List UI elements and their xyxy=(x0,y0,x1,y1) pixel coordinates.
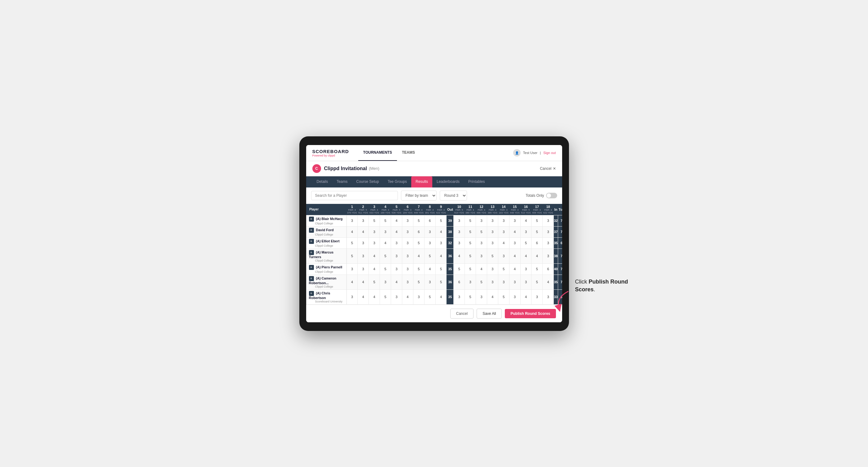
hole-6-score[interactable] xyxy=(402,249,413,263)
totals-toggle-switch[interactable] xyxy=(546,193,557,198)
hole-6-score[interactable] xyxy=(402,263,413,275)
hole-12-input[interactable] xyxy=(476,249,487,263)
hole-3-score[interactable] xyxy=(369,226,380,237)
hole-13-score[interactable] xyxy=(487,263,498,275)
hole-11-input[interactable] xyxy=(465,238,476,249)
hole-15-score[interactable] xyxy=(509,289,520,304)
hole-11-score[interactable] xyxy=(465,215,476,226)
hole-7-score[interactable] xyxy=(413,237,424,249)
hole-16-input[interactable] xyxy=(521,215,531,226)
hole-10-score[interactable] xyxy=(454,237,465,249)
hole-12-score[interactable] xyxy=(476,263,487,275)
hole-10-input[interactable] xyxy=(454,226,465,237)
hole-11-input[interactable] xyxy=(465,264,476,275)
hole-4-score[interactable] xyxy=(380,263,391,275)
hole-10-input[interactable] xyxy=(454,238,465,249)
hole-3-input[interactable] xyxy=(369,290,380,304)
hole-14-input[interactable] xyxy=(498,264,509,275)
hole-1-input[interactable] xyxy=(347,249,358,263)
hole-18-input[interactable] xyxy=(542,226,554,237)
sub-nav-results[interactable]: Results xyxy=(411,176,432,187)
hole-17-input[interactable] xyxy=(531,290,542,304)
hole-1-input[interactable] xyxy=(347,290,358,304)
hole-14-score[interactable] xyxy=(498,289,509,304)
hole-5-score[interactable] xyxy=(391,263,402,275)
hole-1-score[interactable] xyxy=(346,249,358,263)
round-select[interactable]: Round 3 xyxy=(440,191,467,200)
hole-9-input[interactable] xyxy=(436,275,446,289)
hole-3-input[interactable] xyxy=(369,275,380,289)
hole-2-input[interactable] xyxy=(358,226,368,237)
hole-2-input[interactable] xyxy=(358,249,368,263)
hole-8-score[interactable] xyxy=(424,263,435,275)
hole-8-score[interactable] xyxy=(424,249,435,263)
hole-11-score[interactable] xyxy=(465,275,476,289)
hole-15-score[interactable] xyxy=(509,275,520,289)
hole-9-score[interactable] xyxy=(435,275,446,289)
hole-14-score[interactable] xyxy=(498,249,509,263)
hole-8-input[interactable] xyxy=(425,275,435,289)
sub-nav-course-setup[interactable]: Course Setup xyxy=(352,176,383,187)
hole-6-input[interactable] xyxy=(402,238,413,249)
hole-10-input[interactable] xyxy=(454,249,465,263)
hole-2-score[interactable] xyxy=(358,226,369,237)
hole-2-score[interactable] xyxy=(358,237,369,249)
hole-7-input[interactable] xyxy=(413,264,424,275)
hole-5-score[interactable] xyxy=(391,215,402,226)
hole-7-score[interactable] xyxy=(413,226,424,237)
hole-8-input[interactable] xyxy=(425,290,435,304)
hole-2-score[interactable] xyxy=(358,275,369,289)
hole-4-score[interactable] xyxy=(380,237,391,249)
filter-by-team-select[interactable]: Filter by team xyxy=(401,191,437,200)
hole-16-input[interactable] xyxy=(521,290,531,304)
hole-14-input[interactable] xyxy=(498,215,509,226)
hole-7-score[interactable] xyxy=(413,215,424,226)
hole-13-input[interactable] xyxy=(487,275,498,289)
hole-10-score[interactable] xyxy=(454,263,465,275)
hole-18-input[interactable] xyxy=(542,238,554,249)
hole-5-score[interactable] xyxy=(391,249,402,263)
hole-10-score[interactable] xyxy=(454,226,465,237)
hole-16-input[interactable] xyxy=(521,249,531,263)
hole-7-input[interactable] xyxy=(413,215,424,226)
hole-6-score[interactable] xyxy=(402,289,413,304)
hole-1-input[interactable] xyxy=(347,226,358,237)
hole-12-score[interactable] xyxy=(476,215,487,226)
hole-18-score[interactable] xyxy=(542,263,554,275)
hole-2-input[interactable] xyxy=(358,290,368,304)
sub-nav-tee-groups[interactable]: Tee Groups xyxy=(383,176,411,187)
hole-2-input[interactable] xyxy=(358,264,368,275)
hole-13-score[interactable] xyxy=(487,226,498,237)
hole-7-input[interactable] xyxy=(413,249,424,263)
hole-4-score[interactable] xyxy=(380,275,391,289)
hole-12-input[interactable] xyxy=(476,215,487,226)
hole-4-score[interactable] xyxy=(380,289,391,304)
hole-15-input[interactable] xyxy=(509,215,520,226)
hole-3-input[interactable] xyxy=(369,226,380,237)
hole-14-input[interactable] xyxy=(498,238,509,249)
hole-6-score[interactable] xyxy=(402,237,413,249)
hole-7-score[interactable] xyxy=(413,275,424,289)
hole-6-input[interactable] xyxy=(402,290,413,304)
hole-1-input[interactable] xyxy=(347,215,358,226)
hole-1-score[interactable] xyxy=(346,226,358,237)
nav-link-tournaments[interactable]: TOURNAMENTS xyxy=(358,145,397,161)
hole-10-score[interactable] xyxy=(454,215,465,226)
hole-13-input[interactable] xyxy=(487,264,498,275)
hole-12-score[interactable] xyxy=(476,237,487,249)
hole-11-score[interactable] xyxy=(465,263,476,275)
hole-4-score[interactable] xyxy=(380,226,391,237)
hole-1-score[interactable] xyxy=(346,289,358,304)
hole-3-score[interactable] xyxy=(369,249,380,263)
hole-13-input[interactable] xyxy=(487,290,498,304)
hole-3-score[interactable] xyxy=(369,215,380,226)
hole-18-input[interactable] xyxy=(542,264,554,275)
hole-16-score[interactable] xyxy=(520,263,531,275)
hole-12-input[interactable] xyxy=(476,264,487,275)
save-all-button[interactable]: Save All xyxy=(476,309,502,318)
hole-16-input[interactable] xyxy=(521,226,531,237)
hole-11-input[interactable] xyxy=(465,290,476,304)
hole-8-score[interactable] xyxy=(424,275,435,289)
hole-6-score[interactable] xyxy=(402,215,413,226)
hole-4-input[interactable] xyxy=(380,249,391,263)
